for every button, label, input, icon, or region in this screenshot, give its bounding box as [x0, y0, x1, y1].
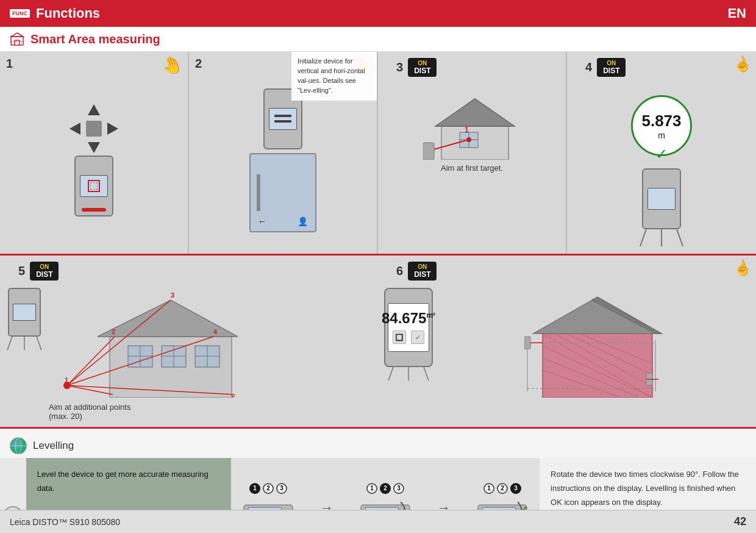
screen-highlight	[88, 180, 100, 192]
svg-line-43	[388, 367, 393, 381]
tripod-6	[387, 367, 430, 382]
svg-line-45	[424, 367, 429, 381]
svg-text:3: 3	[171, 292, 174, 299]
lev-dot-2b: 2	[380, 483, 391, 494]
step-4-top: 4 ON DIST	[573, 58, 626, 77]
device-body-1	[74, 156, 113, 216]
step-5-content: 1 3 2 4 5 Aim at additional points(max. …	[6, 288, 372, 421]
steps-row2: 5 ON DIST	[0, 256, 756, 429]
on-dist-3: ON DIST	[408, 58, 437, 77]
aim-text-5: Aim at additional points(max. 20)	[49, 402, 372, 421]
language-label: EN	[727, 5, 746, 21]
svg-text:1: 1	[465, 126, 469, 134]
step-4-cell: 4 ON DIST ☝️ 5.873 m ✓	[567, 52, 756, 254]
device-screen-6: 84.675m² 🔲 ✓	[388, 303, 429, 352]
svg-point-12	[466, 137, 471, 142]
equals-icon	[274, 115, 291, 123]
step-1-cell: 1 🤚	[0, 52, 189, 254]
svg-rect-60	[524, 337, 530, 349]
step-5-top: 5 ON DIST	[6, 262, 372, 281]
house-svg-3: 1	[423, 93, 521, 160]
aim-text-3: Aim at first target.	[441, 163, 503, 173]
lev-dot-2c: 3	[393, 483, 404, 494]
step-5-cell: 5 ON DIST	[0, 256, 378, 427]
lev-dot-2a: 1	[366, 483, 377, 494]
step-3-scene: 1 Aim at first target.	[384, 80, 560, 173]
section-title-bar: Smart Area measuring	[0, 27, 756, 52]
svg-line-18	[7, 337, 12, 350]
house-svg-6	[524, 288, 671, 398]
measurement-unit-4: m	[658, 131, 665, 140]
lev-dot-3c: 3	[510, 483, 521, 494]
svg-marker-1	[11, 33, 23, 37]
svg-rect-14	[423, 143, 434, 160]
house-svg-5: 1 3 2 4 5	[49, 288, 244, 398]
lev-dot-3b: 2	[497, 483, 508, 494]
device-body-6: 84.675m² 🔲 ✓	[384, 288, 433, 367]
header-left: FUNC Functions	[10, 5, 100, 21]
house-scene-5: 1 3 2 4 5 Aim at additional points(max. …	[49, 288, 372, 421]
step-6-number: 6	[396, 264, 403, 278]
product-name: Leica DISTO™ S910 805080	[10, 517, 120, 527]
svg-text:1: 1	[65, 376, 68, 384]
step-3-number: 3	[396, 60, 403, 74]
lev-dots-1: 1 2 3	[249, 483, 287, 494]
on-dist-6: ON DIST	[408, 262, 437, 281]
step-2-overlay: Initialize device for vertical and hori-…	[291, 52, 377, 101]
device-5	[6, 288, 43, 351]
lev-dot-1c: 3	[276, 483, 287, 494]
action-icons-6: 🔲 ✓	[393, 331, 424, 344]
lev-dot-3a: 1	[483, 483, 494, 494]
device-body-5	[8, 288, 41, 337]
page-title: Functions	[36, 5, 100, 21]
svg-line-20	[37, 337, 41, 350]
hand-icon-4: ☝️	[730, 53, 754, 76]
levelling-title: Levelling	[33, 440, 74, 452]
step-2-cell: 2 🤚 ← 👤 Initializ	[189, 52, 378, 254]
section-title: Smart Area measuring	[30, 32, 160, 46]
lev-dot-1b: 2	[263, 483, 274, 494]
svg-line-33	[67, 337, 115, 385]
header: FUNC Functions EN	[0, 0, 756, 27]
step-6-cell: ☝️ 6 ON DIST 84.675m² 🔲	[378, 256, 756, 427]
large-measurement-6: 84.675m²	[382, 311, 435, 326]
svg-marker-7	[435, 99, 515, 126]
steps-row1: 1 🤚 2	[0, 52, 756, 256]
func-icon: FUNC	[10, 9, 30, 18]
device-screen-2	[269, 108, 297, 130]
step-4-number: 4	[585, 60, 592, 74]
on-dist-4: ON DIST	[597, 58, 626, 77]
house-scene-6	[445, 288, 750, 398]
step-3-cell: 3 ON DIST 1	[378, 52, 567, 254]
svg-text:2: 2	[112, 328, 115, 335]
step-4-content: 5.873 m ✓	[573, 80, 750, 248]
svg-text:4: 4	[213, 328, 218, 335]
footer: Leica DISTO™ S910 805080 42	[0, 510, 756, 533]
device-body-4	[642, 168, 681, 229]
step-6-content: 84.675m² 🔲 ✓	[384, 288, 750, 398]
page-number: 42	[734, 515, 746, 528]
step-1-number: 1	[6, 57, 13, 71]
device-6: 84.675m² 🔲 ✓	[384, 288, 433, 382]
step-1-content	[6, 58, 182, 248]
tripod-4	[637, 229, 686, 248]
step-3-top: 3 ON DIST	[384, 58, 437, 77]
check-icon-4: ✓	[655, 146, 668, 163]
svg-line-15	[640, 229, 646, 246]
svg-text:5: 5	[232, 395, 235, 398]
measurement-circle: 5.873 m ✓	[631, 95, 692, 156]
icon-check[interactable]: ✓	[411, 331, 424, 344]
lev-dots-3: 1 2 3	[483, 483, 521, 494]
dpad	[70, 104, 118, 153]
step-5-number: 5	[18, 264, 25, 278]
step-6-top: 6 ON DIST	[384, 262, 750, 281]
on-dist-5: ON DIST	[30, 262, 59, 281]
svg-line-17	[677, 229, 683, 246]
levelling-icon	[10, 437, 27, 454]
icon-left[interactable]: 🔲	[393, 331, 406, 344]
tripod-5	[6, 337, 43, 351]
smart-area-icon	[10, 32, 24, 46]
measurement-value-4: 5.873	[641, 112, 681, 131]
lev-dot-1a: 1	[249, 483, 260, 494]
levelling-title-row: Levelling	[10, 434, 746, 458]
